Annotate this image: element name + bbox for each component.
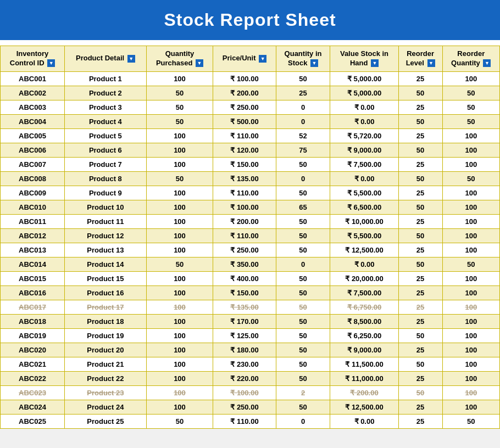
cell-qtyPurchased: 100 xyxy=(146,271,213,285)
cell-reorderLevel: 50 xyxy=(398,257,442,271)
cell-reorderLevel: 50 xyxy=(398,114,442,128)
cell-qtyPurchased: 100 xyxy=(146,200,213,214)
cell-reorderQty: 50 xyxy=(442,100,499,114)
cell-qtyStock: 50 xyxy=(276,343,330,357)
column-header-qtyPurchased: QuantityPurchased ▼ xyxy=(146,46,213,72)
cell-qtyPurchased: 100 xyxy=(146,228,213,243)
table-row: ABC019Product 19100₹ 125.0050₹ 6,250.005… xyxy=(1,328,500,343)
table-row: ABC004Product 450₹ 500.000₹ 0.005050 xyxy=(1,114,500,128)
cell-price: ₹ 400.00 xyxy=(213,271,276,285)
cell-id: ABC002 xyxy=(1,86,65,100)
cell-qtyStock: 50 xyxy=(276,328,330,343)
cell-qtyStock: 0 xyxy=(276,114,330,128)
cell-reorderQty: 100 xyxy=(442,400,499,414)
cell-reorderQty: 100 xyxy=(442,214,499,228)
cell-price: ₹ 250.00 xyxy=(213,400,276,414)
dropdown-arrow-icon[interactable]: ▼ xyxy=(483,59,491,67)
cell-product: Product 21 xyxy=(65,357,147,371)
cell-valueStock: ₹ 20,000.00 xyxy=(330,271,398,285)
cell-id: ABC024 xyxy=(1,400,65,414)
dropdown-arrow-icon[interactable]: ▼ xyxy=(310,59,318,67)
cell-valueStock: ₹ 6,750.00 xyxy=(330,300,398,314)
cell-valueStock: ₹ 9,000.00 xyxy=(330,343,398,357)
cell-product: Product 7 xyxy=(65,157,147,171)
cell-id: ABC018 xyxy=(1,314,65,328)
cell-price: ₹ 250.00 xyxy=(213,100,276,114)
cell-price: ₹ 200.00 xyxy=(213,86,276,100)
cell-price: ₹ 110.00 xyxy=(213,186,276,200)
cell-product: Product 6 xyxy=(65,143,147,157)
cell-qtyPurchased: 100 xyxy=(146,71,213,86)
cell-reorderQty: 100 xyxy=(442,357,499,371)
cell-qtyPurchased: 50 xyxy=(146,257,213,271)
cell-reorderQty: 100 xyxy=(442,186,499,200)
cell-qtyStock: 50 xyxy=(276,300,330,314)
page: Stock Report Sheet InventoryControl ID ▼… xyxy=(0,0,500,429)
dropdown-arrow-icon[interactable]: ▼ xyxy=(371,59,379,67)
cell-product: Product 10 xyxy=(65,200,147,214)
table-row: ABC017Product 17100₹ 135.0050₹ 6,750.002… xyxy=(1,300,500,314)
dropdown-arrow-icon[interactable]: ▼ xyxy=(127,55,135,63)
cell-valueStock: ₹ 12,500.00 xyxy=(330,243,398,257)
cell-id: ABC019 xyxy=(1,328,65,343)
cell-qtyPurchased: 50 xyxy=(146,100,213,114)
cell-reorderLevel: 50 xyxy=(398,171,442,186)
cell-id: ABC016 xyxy=(1,285,65,300)
table-row: ABC016Product 16100₹ 150.0050₹ 7,500.002… xyxy=(1,285,500,300)
cell-qtyStock: 2 xyxy=(276,385,330,400)
table-row: ABC020Product 20100₹ 180.0050₹ 9,000.002… xyxy=(1,343,500,357)
table-row: ABC005Product 5100₹ 110.0052₹ 5,720.0025… xyxy=(1,128,500,143)
column-header-price: Price/Unit ▼ xyxy=(213,46,276,72)
cell-product: Product 15 xyxy=(65,271,147,285)
cell-price: ₹ 100.00 xyxy=(213,385,276,400)
table-row: ABC013Product 13100₹ 250.0050₹ 12,500.00… xyxy=(1,243,500,257)
cell-id: ABC010 xyxy=(1,200,65,214)
cell-qtyPurchased: 100 xyxy=(146,186,213,200)
cell-id: ABC005 xyxy=(1,128,65,143)
cell-reorderQty: 100 xyxy=(442,300,499,314)
cell-product: Product 5 xyxy=(65,128,147,143)
table-row: ABC022Product 22100₹ 220.0050₹ 11,000.00… xyxy=(1,371,500,385)
cell-reorderLevel: 50 xyxy=(398,143,442,157)
cell-reorderLevel: 50 xyxy=(398,228,442,243)
cell-price: ₹ 110.00 xyxy=(213,228,276,243)
cell-price: ₹ 170.00 xyxy=(213,314,276,328)
cell-qtyStock: 25 xyxy=(276,86,330,100)
cell-qtyPurchased: 50 xyxy=(146,414,213,428)
cell-qtyPurchased: 50 xyxy=(146,171,213,186)
cell-reorderQty: 50 xyxy=(442,86,499,100)
table-row: ABC023Product 23100₹ 100.002₹ 200.005010… xyxy=(1,385,500,400)
cell-id: ABC011 xyxy=(1,214,65,228)
cell-reorderLevel: 25 xyxy=(398,100,442,114)
cell-qtyStock: 50 xyxy=(276,214,330,228)
cell-reorderLevel: 25 xyxy=(398,300,442,314)
table-row: ABC001Product 1100₹ 100.0050₹ 5,000.0025… xyxy=(1,71,500,86)
cell-id: ABC025 xyxy=(1,414,65,428)
cell-qtyStock: 50 xyxy=(276,371,330,385)
dropdown-arrow-icon[interactable]: ▼ xyxy=(427,59,435,67)
dropdown-arrow-icon[interactable]: ▼ xyxy=(259,55,266,63)
cell-reorderLevel: 25 xyxy=(398,243,442,257)
cell-id: ABC021 xyxy=(1,357,65,371)
cell-reorderLevel: 50 xyxy=(398,86,442,100)
cell-qtyPurchased: 100 xyxy=(146,143,213,157)
cell-price: ₹ 230.00 xyxy=(213,357,276,371)
cell-reorderQty: 100 xyxy=(442,228,499,243)
cell-reorderLevel: 50 xyxy=(398,357,442,371)
cell-product: Product 4 xyxy=(65,114,147,128)
cell-price: ₹ 150.00 xyxy=(213,157,276,171)
cell-qtyStock: 50 xyxy=(276,400,330,414)
table-row: ABC024Product 24100₹ 250.0050₹ 12,500.00… xyxy=(1,400,500,414)
cell-qtyStock: 50 xyxy=(276,357,330,371)
cell-product: Product 19 xyxy=(65,328,147,343)
cell-valueStock: ₹ 6,250.00 xyxy=(330,328,398,343)
table-row: ABC006Product 6100₹ 120.0075₹ 9,000.0050… xyxy=(1,143,500,157)
cell-reorderLevel: 25 xyxy=(398,400,442,414)
cell-reorderLevel: 50 xyxy=(398,328,442,343)
table-row: ABC018Product 18100₹ 170.0050₹ 8,500.002… xyxy=(1,314,500,328)
dropdown-arrow-icon[interactable]: ▼ xyxy=(47,59,55,67)
cell-valueStock: ₹ 5,500.00 xyxy=(330,228,398,243)
cell-product: Product 11 xyxy=(65,214,147,228)
cell-id: ABC020 xyxy=(1,343,65,357)
dropdown-arrow-icon[interactable]: ▼ xyxy=(196,59,203,67)
